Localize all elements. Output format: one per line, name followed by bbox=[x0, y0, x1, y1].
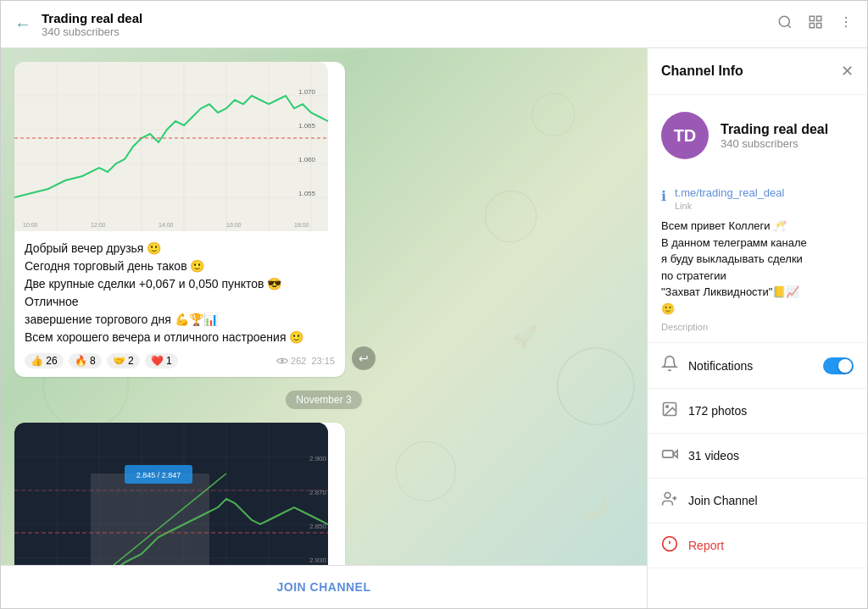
svg-text:2.845 / 2.847: 2.845 / 2.847 bbox=[136, 471, 181, 479]
svg-text:14:00: 14:00 bbox=[159, 222, 174, 228]
date-separator: November 3 bbox=[286, 390, 361, 409]
svg-text:1.060: 1.060 bbox=[298, 156, 316, 163]
message-bubble-2: 2.845 / 2.847 2.900 2.870 2.850 2.830 2.… bbox=[14, 423, 345, 565]
svg-text:1.065: 1.065 bbox=[298, 122, 316, 130]
message-text-1: Добрый вечер друзья 🙂 Сегодня торговый д… bbox=[14, 231, 345, 350]
svg-text:1.070: 1.070 bbox=[298, 88, 316, 96]
forward-button-1[interactable]: ↩ bbox=[352, 346, 376, 370]
reaction-heart[interactable]: ❤️ 1 bbox=[145, 353, 178, 368]
chat-area: 🐸 🚀 ⭐ 🌙 💫 bbox=[1, 48, 647, 608]
msg-time-1: 23:15 bbox=[311, 356, 335, 366]
videos-label: 31 videos bbox=[688, 449, 854, 462]
panel-header: Channel Info ✕ bbox=[648, 48, 867, 95]
join-bar: JOIN CHANNEL bbox=[1, 565, 647, 608]
channel-info: Trading real deal 340 subscribers bbox=[721, 122, 828, 150]
link-label: Link bbox=[675, 201, 784, 211]
notifications-row: Notifications bbox=[648, 343, 867, 389]
svg-point-71 bbox=[666, 406, 669, 408]
svg-point-7 bbox=[845, 21, 847, 23]
panel-title: Channel Info bbox=[661, 64, 743, 79]
report-icon bbox=[661, 535, 678, 556]
channel-profile: TD Trading real deal 340 subscribers bbox=[648, 95, 867, 176]
avatar: TD bbox=[661, 112, 709, 159]
svg-rect-5 bbox=[817, 24, 821, 28]
channel-name: Trading real deal bbox=[721, 122, 828, 137]
svg-line-1 bbox=[787, 25, 790, 27]
view-count-1: 262 bbox=[276, 356, 306, 366]
svg-rect-3 bbox=[817, 16, 821, 20]
close-button[interactable]: ✕ bbox=[841, 62, 854, 80]
search-icon[interactable] bbox=[777, 14, 793, 34]
report-row[interactable]: Report bbox=[648, 523, 867, 568]
bell-icon bbox=[661, 355, 678, 376]
svg-text:12:00: 12:00 bbox=[91, 222, 106, 228]
photos-label: 172 photos bbox=[688, 404, 854, 418]
svg-rect-2 bbox=[810, 16, 814, 20]
videos-row[interactable]: 31 videos bbox=[648, 434, 867, 479]
photo-icon bbox=[661, 401, 678, 421]
toggle-dot bbox=[838, 359, 852, 373]
channel-subscribers: 340 subscribers bbox=[721, 137, 828, 150]
more-icon[interactable] bbox=[838, 14, 854, 34]
svg-text:2.830: 2.830 bbox=[309, 556, 327, 564]
svg-text:2.850: 2.850 bbox=[309, 523, 327, 530]
layout-icon[interactable] bbox=[808, 14, 823, 34]
message-meta-1: 262 23:15 bbox=[276, 356, 335, 366]
chat-messages: 1.070 1.065 1.060 1.055 10:00 12:00 14:0… bbox=[1, 48, 647, 565]
app-container: ← Trading real deal 340 subscribers bbox=[0, 0, 868, 609]
channel-link[interactable]: t.me/trading_real_deal bbox=[675, 186, 784, 199]
info-icon: ℹ bbox=[661, 188, 666, 204]
back-button[interactable]: ← bbox=[14, 14, 31, 34]
subscriber-count: 340 subscribers bbox=[42, 25, 777, 38]
video-icon bbox=[661, 446, 678, 466]
description-label: Description bbox=[661, 322, 854, 332]
date-label: November 3 bbox=[286, 390, 361, 409]
message-bubble-1: 1.070 1.065 1.060 1.055 10:00 12:00 14:0… bbox=[14, 62, 345, 377]
svg-text:18:00: 18:00 bbox=[294, 222, 309, 228]
reactions-1: 👍 26 🔥 8 🤝 2 ❤️ 1 bbox=[25, 353, 178, 368]
reaction-handshake[interactable]: 🤝 2 bbox=[107, 353, 140, 368]
svg-text:1.055: 1.055 bbox=[298, 190, 316, 197]
link-section: ℹ t.me/trading_real_deal Link Всем приве… bbox=[648, 176, 867, 343]
svg-text:2.870: 2.870 bbox=[309, 489, 327, 496]
svg-point-6 bbox=[845, 17, 847, 19]
svg-text:16:00: 16:00 bbox=[226, 222, 242, 228]
channel-title: Trading real deal bbox=[42, 11, 777, 25]
message-footer-1: 👍 26 🔥 8 🤝 2 ❤️ 1 262 23:15 bbox=[14, 350, 345, 377]
chart-2: 2.845 / 2.847 2.900 2.870 2.850 2.830 2.… bbox=[14, 423, 328, 565]
right-panel: Channel Info ✕ TD Trading real deal 340 … bbox=[647, 48, 867, 608]
header-actions bbox=[777, 14, 854, 34]
reaction-fire[interactable]: 🔥 8 bbox=[69, 353, 102, 368]
main-area: 🐸 🚀 ⭐ 🌙 💫 bbox=[1, 48, 867, 608]
svg-text:2.900: 2.900 bbox=[309, 455, 327, 462]
svg-point-8 bbox=[845, 25, 847, 27]
svg-rect-72 bbox=[663, 451, 674, 457]
svg-text:10:00: 10:00 bbox=[23, 222, 38, 228]
header-info: Trading real deal 340 subscribers bbox=[42, 11, 777, 38]
svg-rect-4 bbox=[810, 24, 814, 28]
svg-rect-53 bbox=[91, 473, 209, 565]
reaction-thumbsup[interactable]: 👍 26 bbox=[25, 353, 64, 368]
join-channel-row[interactable]: Join Channel bbox=[648, 479, 867, 523]
message-1: 1.070 1.065 1.060 1.055 10:00 12:00 14:0… bbox=[14, 62, 345, 377]
header: ← Trading real deal 340 subscribers bbox=[1, 1, 867, 48]
svg-point-41 bbox=[281, 359, 284, 363]
channel-description: Всем привет Коллеги 🥂 В данном телеграмм… bbox=[661, 218, 854, 317]
join-channel-button[interactable]: JOIN CHANNEL bbox=[276, 580, 370, 594]
message-2: 2.845 / 2.847 2.900 2.870 2.850 2.830 2.… bbox=[14, 423, 345, 565]
chart-1: 1.070 1.065 1.060 1.055 10:00 12:00 14:0… bbox=[14, 62, 328, 231]
join-channel-label: Join Channel bbox=[688, 494, 758, 507]
svg-point-0 bbox=[779, 16, 789, 26]
notifications-toggle[interactable] bbox=[823, 357, 854, 374]
add-person-icon bbox=[661, 490, 678, 511]
notifications-label: Notifications bbox=[688, 359, 813, 373]
photos-row[interactable]: 172 photos bbox=[648, 389, 867, 434]
svg-point-74 bbox=[665, 493, 670, 499]
report-label: Report bbox=[688, 539, 724, 552]
